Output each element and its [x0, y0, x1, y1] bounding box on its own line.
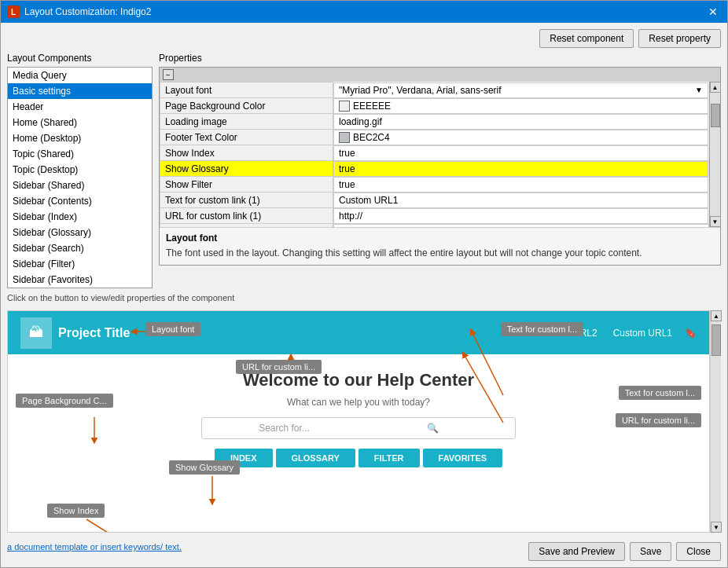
- main-content: Reset component Reset property Layout Co…: [1, 23, 727, 567]
- reset-component-button[interactable]: Reset component: [539, 29, 634, 48]
- component-item-sidebar-favorites[interactable]: Sidebar (Favorites): [8, 272, 152, 288]
- prop-value-url-custom1: http://: [333, 208, 708, 224]
- layout-components-panel: Layout Components Media Query Basic sett…: [7, 53, 153, 288]
- prop-name-page-bg-color: Page Background Color: [160, 98, 333, 114]
- bottom-bar: a document template or insert keywords/ …: [7, 537, 721, 561]
- annotation-url-custom-right[interactable]: URL for custom li...: [616, 413, 701, 427]
- prop-row-show-glossary[interactable]: Show Glossary true: [160, 161, 709, 177]
- preview-topbar: 🏔 Project Title Custom URL2 Custom URL1 …: [8, 311, 709, 354]
- component-item-media-query[interactable]: Media Query: [8, 68, 152, 83]
- layout-components-title: Layout Components: [7, 53, 153, 64]
- component-item-home-shared[interactable]: Home (Shared): [8, 115, 152, 130]
- prop-row-footer-text-color[interactable]: Footer Text Color BEC2C4: [160, 130, 709, 145]
- main-window: L Layout Customization: Indigo2 ✕ Reset …: [0, 0, 728, 568]
- preview-subtitle: What can we help you with today?: [24, 397, 693, 408]
- component-item-sidebar-shared[interactable]: Sidebar (Shared): [8, 178, 152, 193]
- top-toolbar: Reset component Reset property: [7, 29, 721, 48]
- prop-desc-title: Layout font: [166, 233, 714, 244]
- component-item-sidebar-glossary[interactable]: Sidebar (Glossary): [8, 225, 152, 240]
- app-icon: L: [7, 5, 20, 18]
- preview-tab-glossary[interactable]: GLOSSARY: [276, 449, 355, 467]
- prop-row-page-bg-color[interactable]: Page Background Color EEEEEE: [160, 98, 709, 114]
- preview-scroll-up[interactable]: ▲: [711, 310, 722, 321]
- prop-name-layout-font: Layout font: [160, 82, 333, 98]
- preview-tab-favorites[interactable]: FAVORITES: [423, 449, 503, 467]
- prop-row-text-custom2[interactable]: Text for custom link (2) Custom URL2: [160, 224, 709, 228]
- component-item-sidebar-search[interactable]: Sidebar (Search): [8, 240, 152, 256]
- prop-row-url-custom1[interactable]: URL for custom link (1) http://: [160, 208, 709, 224]
- annotation-show-index[interactable]: Show Index: [47, 504, 105, 518]
- properties-scrollbar[interactable]: ▲ ▼: [709, 82, 720, 227]
- preview-tabs: INDEX GLOSSARY FILTER FAVORITES: [24, 449, 693, 467]
- bottom-link-text[interactable]: document template: [14, 542, 88, 552]
- annotation-show-glossary[interactable]: Show Glossary: [169, 460, 240, 475]
- prop-row-layout-font[interactable]: Layout font "Myriad Pro", Verdana, Arial…: [160, 82, 709, 98]
- prop-row-show-filter[interactable]: Show Filter true: [160, 177, 709, 192]
- annotation-layout-font[interactable]: Layout font: [145, 322, 200, 336]
- svg-line-4: [86, 519, 118, 532]
- component-item-header[interactable]: Header: [8, 99, 152, 115]
- prop-row-text-custom1[interactable]: Text for custom link (1) Custom URL1: [160, 192, 709, 208]
- hint-text: Click on the button to view/edit propert…: [7, 293, 721, 302]
- preview-scrollbar[interactable]: ▲ ▼: [710, 310, 721, 533]
- search-icon: 🔍: [358, 423, 507, 434]
- component-item-sidebar-filter[interactable]: Sidebar (Filter): [8, 256, 152, 272]
- preview-scrollbar-thumb[interactable]: [711, 324, 721, 356]
- scrollbar-thumb[interactable]: [711, 104, 720, 127]
- save-button[interactable]: Save: [630, 542, 671, 561]
- prop-name-text-custom2: Text for custom link (2): [160, 224, 333, 228]
- middle-section: Layout Components Media Query Basic sett…: [7, 53, 721, 288]
- component-item-topic-shared[interactable]: Topic (Shared): [8, 146, 152, 162]
- component-item-sidebar-index[interactable]: Sidebar (Index): [8, 209, 152, 225]
- component-item-topic-desktop[interactable]: Topic (Desktop): [8, 162, 152, 178]
- preview-area: 🏔 Project Title Custom URL2 Custom URL1 …: [7, 310, 710, 533]
- annotation-url-custom-top[interactable]: URL for custom li...: [236, 360, 322, 374]
- properties-table: Layout font "Myriad Pro", Verdana, Arial…: [160, 82, 709, 227]
- scroll-up-arrow[interactable]: ▲: [710, 82, 721, 93]
- properties-section: Properties − Layout font: [159, 53, 721, 288]
- prop-name-show-glossary: Show Glossary: [160, 161, 333, 177]
- preview-search-placeholder: Search for...: [210, 423, 358, 434]
- close-button[interactable]: Close: [676, 542, 721, 561]
- preview-section: 🏔 Project Title Custom URL2 Custom URL1 …: [7, 310, 721, 533]
- bottom-link[interactable]: a document template or insert keywords/ …: [7, 542, 182, 561]
- component-item-sidebar-contents[interactable]: Sidebar (Contents): [8, 193, 152, 209]
- prop-value-text-custom1: Custom URL1: [333, 192, 708, 208]
- prop-value-footer-text-color[interactable]: BEC2C4: [333, 130, 708, 145]
- property-description: Layout font The font used in the layout.…: [160, 227, 720, 265]
- props-data-table: Layout font "Myriad Pro", Verdana, Arial…: [160, 82, 709, 227]
- annotation-text-custom1-top[interactable]: Text for custom l...: [501, 322, 583, 336]
- preview-logo-area: 🏔 Project Title: [20, 317, 130, 349]
- save-preview-button[interactable]: Save and Preview: [528, 542, 625, 561]
- prop-name-show-index: Show Index: [160, 145, 333, 161]
- title-bar: L Layout Customization: Indigo2 ✕: [1, 1, 727, 23]
- preview-main: Welcome to our Help Center What can we h…: [8, 354, 709, 483]
- color-swatch-bg[interactable]: [339, 101, 350, 112]
- preview-search-bar[interactable]: Search for... 🔍: [201, 417, 516, 439]
- annotation-page-bg[interactable]: Page Background C...: [16, 394, 113, 408]
- prop-value-loading-image: loading.gif: [333, 114, 708, 130]
- component-list: Media Query Basic settings Header Home (…: [7, 67, 153, 288]
- color-swatch-footer[interactable]: [339, 132, 350, 143]
- prop-name-url-custom1: URL for custom link (1): [160, 208, 333, 224]
- scroll-down-arrow[interactable]: ▼: [710, 216, 721, 227]
- window-close-button[interactable]: ✕: [705, 4, 721, 20]
- preview-scroll-down[interactable]: ▼: [711, 522, 722, 533]
- annotation-text-custom1-right[interactable]: Text for custom l...: [619, 386, 701, 400]
- prop-value-page-bg-color[interactable]: EEEEEE: [333, 98, 708, 114]
- prop-row-loading-image[interactable]: Loading image loading.gif: [160, 114, 709, 130]
- properties-panel: − Layout font "Myriad Pr: [159, 67, 721, 266]
- preview-tab-filter[interactable]: FILTER: [358, 449, 420, 467]
- collapse-button[interactable]: −: [163, 69, 174, 80]
- prop-value-show-index: true: [333, 145, 708, 161]
- component-item-home-desktop[interactable]: Home (Desktop): [8, 130, 152, 146]
- reset-property-button[interactable]: Reset property: [638, 29, 721, 48]
- prop-name-text-custom1: Text for custom link (1): [160, 192, 333, 208]
- component-item-basic-settings[interactable]: Basic settings: [8, 83, 152, 99]
- prop-value-layout-font[interactable]: "Myriad Pro", Verdana, Arial, sans-serif…: [333, 82, 708, 98]
- preview-bookmark-icon: 🔖: [685, 328, 697, 339]
- prop-name-show-filter: Show Filter: [160, 177, 333, 192]
- prop-row-show-index[interactable]: Show Index true: [160, 145, 709, 161]
- prop-value-text-custom2: Custom URL2: [333, 224, 709, 228]
- prop-value-show-filter: true: [333, 177, 708, 192]
